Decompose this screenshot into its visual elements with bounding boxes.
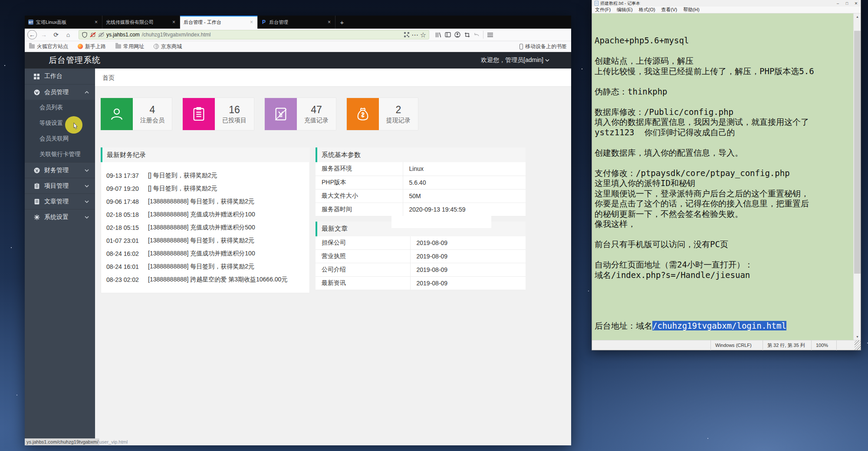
sidebar-item-member-list[interactable]: 会员列表	[25, 100, 95, 115]
panel-title: 系统基本参数	[322, 151, 361, 159]
account-icon[interactable]	[454, 32, 460, 38]
bookmark-label: 京东商城	[161, 43, 182, 50]
stat-card-recharge-records[interactable]: 47 充值记录	[265, 98, 336, 130]
sidebar-item-members[interactable]: 会员管理	[25, 84, 95, 100]
document-icon	[33, 198, 40, 205]
home-button[interactable]: ⌂	[63, 29, 73, 40]
maximize-button[interactable]: □	[842, 1, 852, 6]
menu-file[interactable]: 文件(F)	[592, 7, 614, 13]
sidebar-item-projects[interactable]: 项目管理	[25, 178, 95, 193]
finance-text: [13888888888] 每日签到，获得奖励2元	[142, 263, 254, 271]
tab-admin[interactable]: P 后台管理 ×	[258, 16, 335, 29]
tab-close-icon[interactable]: ×	[94, 19, 99, 25]
sidebar-toggle-icon[interactable]	[445, 32, 451, 38]
bookmark-star-icon[interactable]: ☆	[420, 32, 426, 38]
param-value: 2020-09-13 19:45:59	[403, 203, 526, 216]
eol-indicator: Windows (CRLF)	[710, 340, 763, 350]
navigation-toolbar: ← → ⟳ ⌂ ys.jahbs1.com/chuhzg19tvgabxm/in…	[25, 29, 571, 41]
menu-icon[interactable]	[487, 32, 493, 38]
link-preview-faint: user_vip.html	[99, 439, 128, 444]
back-button[interactable]: ←	[27, 30, 37, 39]
chevron-down-icon	[545, 59, 549, 62]
notepad-title: 搭建教程.txt - 记事本	[600, 0, 640, 7]
qr-scan-icon[interactable]	[404, 32, 410, 38]
tab-close-icon[interactable]: ×	[171, 19, 176, 25]
floating-white-box	[391, 216, 491, 228]
scroll-up-icon[interactable]: ▲	[854, 13, 861, 20]
stat-card-invested-projects[interactable]: 16 已投项目	[183, 98, 254, 130]
table-row[interactable]: 公司介绍2019-08-09	[316, 263, 526, 277]
menu-view[interactable]: 查看(V)	[658, 7, 681, 13]
tab-close-icon[interactable]: ×	[249, 19, 254, 25]
table-row[interactable]: 最新资讯2019-08-09	[316, 277, 526, 290]
notepad-titlebar[interactable]: 搭建教程.txt - 记事本 – □ ✕	[592, 0, 861, 7]
tab-close-icon[interactable]: ×	[327, 19, 332, 25]
system-panels: 系统基本参数 服务器环境Linux PHP版本5.6.40 最大文件大小50M …	[316, 147, 526, 290]
new-tab-button[interactable]: +	[335, 16, 349, 29]
menu-help[interactable]: 帮助(H)	[680, 7, 702, 13]
plugin-blocked-icon[interactable]	[90, 32, 96, 38]
close-button[interactable]: ✕	[852, 1, 861, 6]
user-menu[interactable]: 欢迎您，管理员[admin]	[481, 56, 549, 64]
sidebar-item-workbench[interactable]: 工作台	[25, 69, 95, 84]
finance-time: 09-06 17:48	[106, 198, 142, 205]
article-title: 担保公司	[316, 236, 410, 250]
mobile-bookmarks[interactable]: 移动设备上的书签	[519, 43, 567, 50]
url-bar[interactable]: ys.jahbs1.com/chuhzg19tvgabxm/index.html…	[79, 30, 429, 39]
sidebar-item-level-settings[interactable]: 等级设置	[25, 115, 95, 131]
tab-admin-workbench[interactable]: 后台管理 - 工作台 ×	[180, 16, 258, 29]
reload-button[interactable]: ⟳	[51, 29, 61, 40]
main-content: 首页 4 注册会员	[95, 69, 571, 445]
finance-row: 09-07 19:20[] 每日签到，获得奖励2元	[106, 182, 309, 195]
chevron-down-icon	[85, 169, 89, 172]
admin-header: 后台管理系统 欢迎您，管理员[admin]	[25, 52, 571, 69]
sidebar-item-bank-cards[interactable]: 关联银行卡管理	[25, 147, 95, 162]
menu-format[interactable]: 格式(O)	[636, 7, 658, 13]
stat-value: 16	[229, 104, 240, 116]
bookmark-common-sites[interactable]: 常用网址	[115, 43, 144, 50]
scroll-down-icon[interactable]: ▼	[854, 333, 861, 340]
tab-company[interactable]: 光线传媒股份有限公司 ×	[102, 16, 180, 29]
bookmark-firefox-official[interactable]: 火狐官方站点	[29, 43, 68, 50]
clipboard-icon	[33, 183, 40, 189]
tab-bt-panel[interactable]: BT 宝塔Linux面板 ×	[25, 16, 102, 29]
stat-card-withdraw-records[interactable]: 2 提现记录	[347, 98, 418, 130]
notepad-scrollbar[interactable]: ▲ ▼	[853, 13, 861, 340]
notepad-text-area[interactable]: Apache+php5.6+mysql 创建站点，上传源码，解压 上传比较慢，我…	[592, 13, 853, 340]
stat-label: 已投项目	[222, 117, 247, 124]
page-actions-icon[interactable]: ⋯	[412, 32, 418, 38]
sidebar-item-articles[interactable]: 文章管理	[25, 193, 95, 209]
shield-icon[interactable]	[82, 32, 88, 38]
table-row[interactable]: 担保公司2019-08-09	[316, 236, 526, 250]
scrollbar-thumb[interactable]	[854, 31, 861, 274]
menu-edit[interactable]: 编辑(E)	[614, 7, 636, 13]
param-value: 5.6.40	[403, 176, 526, 189]
resize-grip[interactable]	[855, 340, 861, 350]
finance-row: 02-18 05:15[13888888888] 充值成功并赠送积分500	[106, 221, 309, 234]
tracker-blocked-icon[interactable]	[98, 32, 104, 38]
screenshot-icon[interactable]	[464, 32, 470, 38]
admin-page: 后台管理系统 欢迎您，管理员[admin] 工作台	[25, 52, 571, 445]
bookmark-jd[interactable]: 京东商城	[154, 43, 182, 50]
zoom-level-indicator: 100%	[811, 340, 836, 350]
finance-text: [] 每日签到，获得奖励2元	[142, 185, 217, 193]
finance-text: [13888888888] 跨越星空的爱 第3期收益10666.00元	[142, 276, 287, 284]
member-badge-icon	[33, 89, 40, 95]
finance-row: 08-24 16:01[13888888888] 每日签到，获得奖励2元	[106, 260, 309, 273]
sidebar-item-member-network[interactable]: 会员关联网	[25, 131, 95, 147]
bookmark-getting-started[interactable]: 新手上路	[78, 43, 106, 50]
stat-card-registered-members[interactable]: 4 注册会员	[101, 98, 172, 130]
forward-button[interactable]: →	[39, 29, 49, 40]
dashboard-panels: 最新财务纪录 09-13 17:37[] 每日签到，获得奖励2元 09-07 1…	[101, 147, 571, 293]
admin-url-prefix: 后台地址：域名	[595, 321, 652, 330]
finance-row: 08-23 02:02[13888888888] 跨越星空的爱 第3期收益106…	[106, 273, 309, 286]
minimize-button[interactable]: –	[833, 1, 842, 6]
sidebar-item-settings[interactable]: 系统设置	[25, 209, 95, 225]
table-row[interactable]: 营业执照2019-08-09	[316, 250, 526, 263]
table-row: 服务器环境Linux	[316, 162, 526, 176]
sidebar-item-label: 关联银行卡管理	[39, 150, 81, 158]
sidebar-item-finance[interactable]: 财务管理	[25, 162, 95, 178]
library-icon[interactable]	[435, 32, 441, 38]
finance-row: 09-06 17:48[13888888888] 每日签到，获得奖励2元	[106, 195, 309, 208]
restore-session-icon[interactable]	[473, 32, 480, 38]
